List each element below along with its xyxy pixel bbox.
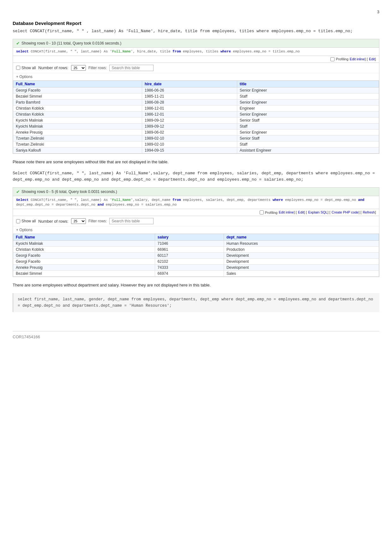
show-all-check-1[interactable]: [16, 66, 20, 70]
filter-rows-label-1: Filter rows:: [88, 66, 107, 70]
table-row: Saniya Kalloufi1994-09-15Assistant Engin…: [13, 147, 379, 153]
filter-rows-label-2: Filter rows:: [88, 219, 107, 223]
options-link-2[interactable]: + Options: [13, 226, 379, 234]
table-header-row-1: Full_Name hire_date title: [13, 81, 379, 87]
refresh-link-2[interactable]: Refresh: [363, 210, 375, 214]
result-box-1: ✔ Showing rows 0 - 10 (11 total, Query t…: [13, 39, 379, 154]
show-all-check-2[interactable]: [16, 219, 20, 223]
query-code-block-3: select first_name, last_name, gender, de…: [13, 293, 379, 312]
result-header-1: ✔ Showing rows 0 - 10 (11 total, Query t…: [13, 39, 379, 48]
section-title: Database Development Report: [13, 21, 379, 26]
table-row: Georgi Facello60117Development: [13, 253, 379, 259]
table-row: Kyoichi Maliniak1989-09-12Staff: [13, 123, 379, 129]
profiling-check-2[interactable]: [260, 210, 264, 214]
result-controls-2: Show all Number of rows: 25 50 100 Filte…: [13, 216, 379, 226]
show-all-label-1: Show all: [21, 66, 36, 70]
profiling-check-1[interactable]: [330, 57, 335, 61]
footer-code: COR17454166: [13, 331, 379, 339]
result-box-2: ✔ Showing rows 0 - 5 (6 total, Query too…: [13, 187, 379, 277]
table-row: Tzvetan Zielinski1989-02-10Staff: [13, 141, 379, 147]
table-row: Anneke Preusig74333Development: [13, 265, 379, 271]
table-row: Georgi Facello1986-06-26Senior Engineer: [13, 87, 379, 93]
table-row: Kyoichi Maliniak71046Human Resources: [13, 241, 379, 247]
show-all-label-2: Show all: [21, 219, 36, 223]
check-icon: ✔: [16, 41, 20, 46]
show-all-control-1: Show all: [16, 66, 36, 70]
filter-input-2[interactable]: [109, 218, 154, 224]
edit-link-2[interactable]: Edit: [298, 210, 304, 214]
result-actions-2: Profiling Edit inline ] [ Edit ] [ Expla…: [13, 209, 379, 216]
profiling-label-1: Profiling: [336, 57, 348, 61]
result-header-text-2: Showing rows 0 - 5 (6 total, Query took …: [21, 190, 117, 194]
explain-sql-link-2[interactable]: Explain SQL: [308, 210, 328, 214]
col-full-name-1: Full_Name: [13, 81, 142, 87]
query-text-2: Select CONCAT(first_name, " ", last_name…: [13, 170, 379, 183]
options-link-1[interactable]: + Options: [13, 73, 379, 81]
data-table-2: Full_Name salary dept_name Kyoichi Malin…: [13, 234, 379, 277]
result-controls-1: Show all Number of rows: 25 50 100 Filte…: [13, 63, 379, 73]
rows-select-2[interactable]: 25 50 100: [71, 218, 86, 224]
table-header-row-2: Full_Name salary dept_name: [13, 234, 379, 241]
note-1: Please note there are some employees wit…: [13, 159, 379, 166]
query-text-3: select first_name, last_name, gender, de…: [18, 297, 373, 308]
sql-query-bar-2: Select CONCAT(first_name, " ", last_name…: [13, 196, 379, 209]
result-header-2: ✔ Showing rows 0 - 5 (6 total, Query too…: [13, 188, 379, 196]
edit-link-1[interactable]: Edit: [369, 57, 375, 61]
table-row: Georgi Facello62102Development: [13, 259, 379, 265]
table-row: Parto Bamford1986-08-28Senior Engineer: [13, 99, 379, 105]
col-hire-date-1: hire_date: [142, 81, 237, 87]
result-header-text-1: Showing rows 0 - 10 (11 total, Query too…: [21, 41, 121, 45]
col-full-name-2: Full_Name: [13, 234, 155, 241]
result-actions-1: Profiling Edit inline ] [ Edit ]: [13, 56, 379, 63]
query-text-1: select CONCAT(first_name, " " , last_nam…: [13, 28, 379, 34]
table-row: Bezalel Simmel1985-11-21Staff: [13, 93, 379, 99]
data-table-1: Full_Name hire_date title Georgi Facello…: [13, 81, 379, 154]
check-icon-2: ✔: [16, 189, 20, 194]
number-of-rows-label-1: Number of rows:: [38, 65, 68, 70]
show-all-control-2: Show all: [16, 219, 36, 223]
edit-inline-link-1[interactable]: Edit inline: [350, 57, 365, 61]
page-number: 3: [13, 9, 379, 14]
col-dept-name-2: dept_name: [224, 234, 379, 241]
col-title-1: title: [237, 81, 379, 87]
profiling-checkbox-2: Profiling: [260, 210, 278, 214]
table-row: Christian Koblick66961Production: [13, 247, 379, 253]
profiling-checkbox-1: Profiling: [330, 57, 348, 61]
edit-inline-link-2[interactable]: Edit inline: [279, 210, 294, 214]
sql-query-bar-1: select CONCAT(first_name, " ", last_name…: [13, 48, 379, 56]
filter-input-1[interactable]: [109, 65, 154, 71]
number-of-rows-label-2: Number of rows:: [38, 219, 68, 224]
note-2: There are some employees without departm…: [13, 282, 379, 289]
table-row: Bezalel Simmel66974Sales: [13, 271, 379, 277]
create-php-link-2[interactable]: Create PHP code: [332, 210, 359, 214]
profiling-label-2: Profiling: [265, 211, 278, 214]
table-row: Chirstian Koblick1986-12-01Engineer: [13, 105, 379, 111]
table-row: Kyoichi Maliniak1989-09-12Senior Staff: [13, 117, 379, 123]
col-salary-2: salary: [155, 234, 224, 241]
rows-select-1[interactable]: 25 50 100: [71, 65, 86, 71]
table-row: Tzvetan Zielinski1989-02-10Senior Staff: [13, 135, 379, 141]
table-row: Anneke Preusig1989-06-02Senior Engineer: [13, 129, 379, 135]
table-row: Chirstian Koblick1986-12-01Senior Engine…: [13, 111, 379, 117]
